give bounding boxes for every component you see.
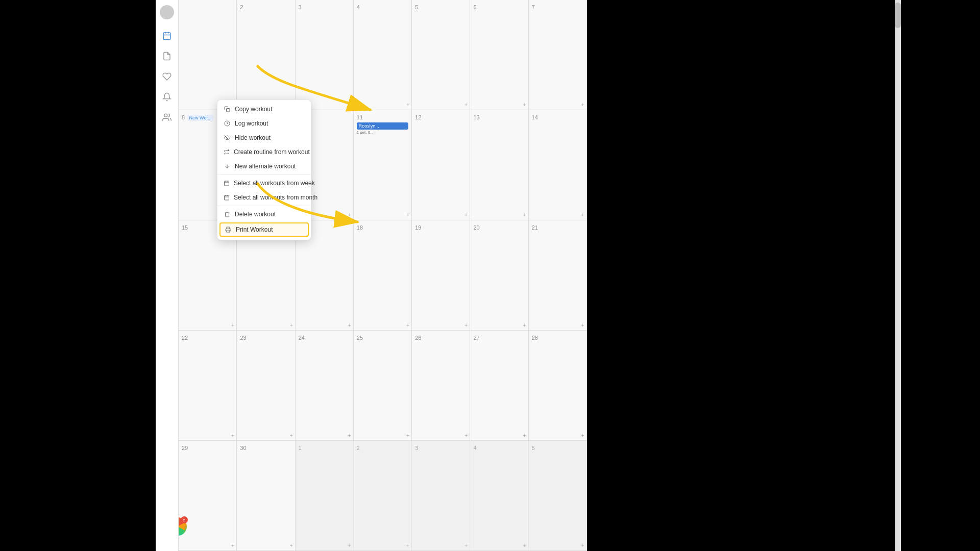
scrollbar[interactable]	[895, 0, 901, 551]
cell-number: 20	[473, 224, 479, 231]
cell-number: 3	[415, 445, 418, 451]
add-event-button[interactable]: +	[464, 432, 468, 438]
add-event-button[interactable]: +	[523, 322, 526, 328]
calendar-cell[interactable]: 30 +	[237, 441, 295, 550]
calendar-cell[interactable]: 3 +	[296, 0, 354, 110]
add-event-button[interactable]: +	[348, 102, 351, 108]
cell-number: 12	[415, 114, 421, 120]
calendar-cell[interactable]: 11 Rooslyn... 1 set, 0... +	[354, 110, 412, 220]
cell-number: 2	[357, 445, 360, 451]
sidebar-item-health[interactable]	[159, 68, 175, 85]
calendar-cell[interactable]: 26 +	[412, 331, 470, 440]
calendar-cell[interactable]: 6 +	[470, 0, 528, 110]
workout-chip[interactable]: Rooslyn...	[357, 122, 408, 130]
calendar-cell[interactable]: 2 +	[354, 441, 412, 550]
add-event-button[interactable]: +	[289, 322, 292, 328]
calendar-cell[interactable]: 4 +	[354, 0, 412, 110]
copy-icon	[224, 106, 231, 113]
scrollbar-thumb[interactable]	[895, 3, 901, 28]
select-week-menu-item[interactable]: Select all workouts from week	[217, 176, 311, 190]
add-event-button[interactable]: +	[464, 212, 468, 218]
add-event-button[interactable]: +	[523, 542, 526, 548]
calendar-cell[interactable]: 21 +	[529, 220, 587, 330]
add-event-button[interactable]: +	[464, 542, 468, 548]
create-routine-label: Create routine from workout	[234, 148, 310, 156]
add-event-button[interactable]: +	[348, 212, 351, 218]
new-alternate-label: New alternate workout	[235, 163, 296, 170]
add-event-button[interactable]: +	[581, 432, 584, 438]
calendar-cell[interactable]: 23 +	[237, 331, 295, 440]
copy-workout-menu-item[interactable]: Copy workout	[217, 102, 311, 116]
add-event-button[interactable]: +	[581, 542, 584, 548]
add-event-button[interactable]: +	[523, 212, 526, 218]
sidebar-item-users[interactable]	[159, 109, 175, 126]
svg-rect-5	[227, 109, 230, 112]
delete-workout-menu-item[interactable]: Delete workout	[217, 207, 311, 221]
add-event-button[interactable]: +	[231, 322, 234, 328]
calendar-cell[interactable]: 13 +	[470, 110, 528, 220]
print-workout-label: Print Workout	[236, 226, 273, 233]
calendar-cell[interactable]: 3 +	[412, 441, 470, 550]
print-workout-menu-item[interactable]: Print Workout	[219, 222, 309, 237]
calendar-cell[interactable]: 5 +	[529, 441, 587, 550]
calendar-cell[interactable]: 28 +	[529, 331, 587, 440]
calendar-cell[interactable]: 18 +	[354, 220, 412, 330]
add-event-button[interactable]: +	[406, 102, 409, 108]
calendar-cell[interactable]: 19 +	[412, 220, 470, 330]
svg-rect-9	[225, 181, 229, 186]
cell-number: 28	[532, 335, 538, 341]
cell-number: 18	[357, 224, 363, 231]
cell-number: 5	[532, 445, 535, 451]
calendar-cell[interactable]: 24 +	[296, 331, 354, 440]
delete-workout-label: Delete workout	[235, 211, 276, 218]
calendar-cell[interactable]: 27 +	[470, 331, 528, 440]
avatar[interactable]	[160, 5, 174, 19]
calendar-cell[interactable]: 20 +	[470, 220, 528, 330]
create-routine-menu-item[interactable]: Create routine from workout	[217, 145, 311, 159]
add-event-button[interactable]: +	[581, 102, 584, 108]
calendar-cell[interactable]: +	[179, 0, 237, 110]
select-month-menu-item[interactable]: Select all workouts from month	[217, 190, 311, 205]
add-event-button[interactable]: +	[581, 212, 584, 218]
new-alternate-menu-item[interactable]: New alternate workout	[217, 159, 311, 173]
cell-number: 8	[182, 114, 185, 120]
calendar-cell[interactable]: 25 +	[354, 331, 412, 440]
calendar-cell[interactable]: 14 +	[529, 110, 587, 220]
sidebar-item-notifications[interactable]	[159, 89, 175, 105]
calendar-cell[interactable]: 29 +	[179, 441, 237, 550]
add-event-button[interactable]: +	[523, 432, 526, 438]
add-event-button[interactable]: +	[523, 102, 526, 108]
sidebar-item-documents[interactable]	[159, 48, 175, 64]
add-event-button[interactable]: +	[406, 212, 409, 218]
cell-number: 29	[182, 445, 188, 451]
cell-number: 11	[357, 114, 363, 120]
calendar-cell[interactable]: 5 +	[412, 0, 470, 110]
calendar-cell[interactable]: 22 +	[179, 331, 237, 440]
add-event-button[interactable]: +	[348, 322, 351, 328]
calendar-cell[interactable]: 1 +	[296, 441, 354, 550]
hide-workout-menu-item[interactable]: Hide workout	[217, 131, 311, 145]
add-event-button[interactable]: +	[289, 432, 292, 438]
add-event-button[interactable]: +	[289, 542, 292, 548]
add-event-button[interactable]: +	[406, 322, 409, 328]
add-event-button[interactable]: +	[464, 102, 468, 108]
cell-number: 14	[532, 114, 538, 120]
sidebar-item-calendar[interactable]	[159, 28, 175, 44]
calendar-row: 29 + 30 + 1 + 2 + 3 + 4 +	[179, 441, 587, 551]
add-event-button[interactable]: +	[231, 542, 234, 548]
add-event-button[interactable]: +	[581, 322, 584, 328]
add-event-button[interactable]: +	[231, 432, 234, 438]
calendar-cell[interactable]: 7 +	[529, 0, 587, 110]
routine-icon	[224, 148, 230, 156]
add-event-button[interactable]: +	[406, 432, 409, 438]
add-event-button[interactable]: +	[406, 542, 409, 548]
calendar-cell[interactable]: 2 +	[237, 0, 295, 110]
sidebar	[156, 0, 179, 551]
calendar-cell[interactable]: 12 +	[412, 110, 470, 220]
cell-number: 13	[473, 114, 479, 120]
log-workout-menu-item[interactable]: Log workout	[217, 116, 311, 131]
add-event-button[interactable]: +	[464, 322, 468, 328]
add-event-button[interactable]: +	[348, 432, 351, 438]
add-event-button[interactable]: +	[348, 542, 351, 548]
calendar-cell[interactable]: 4 +	[470, 441, 528, 550]
